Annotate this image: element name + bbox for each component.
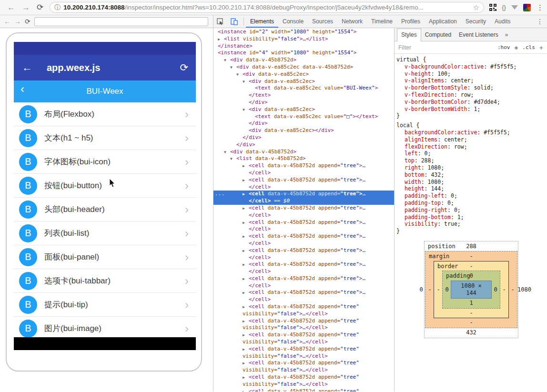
list-item[interactable]: B文本(h1 ~ h5)› [14,126,196,150]
dom-tree-line[interactable]: </cell> [213,226,394,233]
dom-tree-line[interactable]: ▶<cell data-v-45b8752d append="tree">… [213,261,394,268]
dom-tree-line[interactable]: ▼<div data-v-ea85c2ec> [213,78,394,85]
vue-devtools-icon[interactable] [511,5,518,10]
new-style-rule-icon[interactable]: + [539,44,543,51]
dom-tree-line[interactable]: ▼<div data-v-45b8752d> [213,57,394,64]
dom-tree-line[interactable]: ▶<cell data-v-45b8752d append="tree" [213,360,394,367]
dom-tree-line[interactable]: ▶<cell data-v-45b8752d append="tree" [213,332,394,339]
style-property[interactable]: width: 1080; [396,179,546,186]
tab-security[interactable]: Security [461,15,490,28]
forward-icon[interactable]: → [22,3,30,12]
expand-arrow-icon[interactable]: ▶ [243,177,249,184]
style-property[interactable]: padding-bottom: 1; [396,214,546,221]
box-model-content[interactable]: 1080 × 144 [451,281,492,299]
tab-profiles[interactable]: Profiles [397,15,425,28]
sidebar-tab-event-listeners[interactable]: Event Listeners [455,29,502,41]
back-icon[interactable]: ← [7,3,15,12]
expand-arrow-icon[interactable]: ▶ [243,233,249,241]
expand-arrow-icon[interactable]: ▶ [243,374,249,382]
bookmark-star-icon[interactable]: ☆ [473,3,479,12]
style-property[interactable]: v-borderBottomColor: #d7dde4; [396,99,546,106]
dom-tree-line[interactable]: </cell> [213,268,394,275]
dom-tree-line[interactable]: <instance id="2" width="1080" height="15… [213,29,394,36]
tab-sources[interactable]: Sources [308,15,337,28]
style-property[interactable]: v-height: 100; [396,70,546,78]
dom-tree-line[interactable]: ▶<cell data-v-45b8752d append="tree">… [213,289,394,296]
collapse-arrow-icon[interactable]: ▼ [236,71,243,79]
dom-tree-line[interactable]: </div> [213,99,394,106]
diamond-icon[interactable]: ◈ [514,44,518,51]
dom-tree-line[interactable]: ▶<cell data-v-45b8752d append="tree" [213,388,394,392]
device-toolbar-icon[interactable] [227,15,242,28]
dom-tree-line[interactable]: ▶<cell data-v-45b8752d append="tree">… [213,275,394,282]
dom-tree-line[interactable]: ▶<cell data-v-45b8752d append="tree">… [213,247,394,254]
dom-tree-line[interactable]: ▼<div data-v-ea85c2ec data-v-45b8752d> [213,64,394,71]
dom-tree-line[interactable]: ▶<cell data-v-45b8752d append="tree">… [213,205,394,212]
dom-tree-line[interactable]: <div data-v-ea85c2ec></div> [213,127,394,134]
dom-tree-line[interactable]: <text data-v-ea85c2ec value="□"></text> [213,113,394,121]
list-item[interactable]: B头部(bui-header)› [14,198,196,221]
tab-elements[interactable]: Elements [246,15,278,28]
box-model-position[interactable]: position288 0 margin- - border- - [424,241,518,338]
collapse-arrow-icon[interactable]: ▼ [224,57,230,64]
dom-tree-line[interactable]: <instance id="4" width="1080" height="15… [213,50,394,57]
page-info-icon[interactable]: ⓘ [54,3,61,12]
collapse-arrow-icon[interactable]: ▼ [243,79,249,86]
dom-tree-line[interactable]: ▼<div data-v-ea85c2ec> [213,106,394,113]
dom-tree-line[interactable]: ▶<cell data-v-45b8752d append="tree" [213,374,394,381]
app-back-icon[interactable]: ← [22,61,32,74]
dom-tree-line[interactable]: </cell> [213,240,394,247]
list-item[interactable]: B按钮(bui-button)› [14,174,196,198]
collapse-arrow-icon[interactable]: ▼ [224,149,230,156]
dom-tree-line[interactable]: </cell> [213,282,394,290]
expand-arrow-icon[interactable]: ▶ [243,332,249,339]
list-item[interactable]: B字体图标(bui-icon)› [14,150,196,174]
rule-selector[interactable]: local { [396,122,546,129]
dom-tree-line[interactable]: ▶<cell data-v-45b8752d append="tree" [213,303,394,311]
expand-arrow-icon[interactable]: ▶ [243,220,249,227]
collapse-arrow-icon[interactable]: ▼ [243,107,249,114]
dom-tree-line[interactable]: visibility="false">…</cell> [213,367,394,374]
rule-selector[interactable]: virtual { [396,56,546,63]
expand-arrow-icon[interactable]: ▶ [243,276,249,283]
list-item[interactable]: B布局(Flexbox)› [14,102,196,126]
dom-tree-line[interactable]: ▶<cell data-v-45b8752d append="tree">… [213,162,394,170]
tab-timeline[interactable]: Timeline [367,15,397,28]
inspector-forward-icon[interactable]: → [14,18,21,25]
collapse-arrow-icon[interactable]: ▼ [230,64,236,71]
dom-tree-line[interactable]: ▶<cell data-v-45b8752d append="tree">… [213,233,394,240]
inspector-url-input[interactable] [34,17,208,26]
dom-tree-line[interactable]: visibility="false">…</cell> [213,353,394,360]
sidebar-tab-computed[interactable]: Computed [421,29,455,41]
filter-input[interactable]: Filter [398,44,411,51]
dom-tree-line[interactable]: </cell> [213,184,394,191]
list-item[interactable]: B列表(bui-list)› [14,221,196,245]
node-menu-dots[interactable]: ... [215,191,225,198]
extension-icon[interactable] [523,4,531,11]
dom-tree-line[interactable]: ▼<div data-v-ea85c2ec> [213,71,394,78]
address-bar[interactable]: ⓘ 10.200.210.174:8088/inspector/inspecto… [50,2,484,13]
expand-arrow-icon[interactable]: ▶ [243,205,249,212]
dom-tree-line[interactable]: </text> [213,92,394,99]
list-item[interactable]: B面板(bui-panel)› [14,245,196,269]
dom-tree-line[interactable]: </div> [213,120,394,127]
braces-extension-icon[interactable]: {} [502,4,506,11]
sidebar-tabs-overflow-icon[interactable]: » [502,29,511,41]
dom-tree-line[interactable]: ▶<cell data-v-45b8752d append="tree" [213,318,394,325]
style-property[interactable]: height: 144; [396,185,546,192]
inspector-back-icon[interactable]: ← [4,18,10,25]
app-reload-icon[interactable]: ⟳ [180,62,188,73]
dom-tree-line[interactable]: visibility="false">…</cell> [213,311,394,318]
dom-tree-line[interactable]: </cell> [213,170,394,177]
qr-extension-icon[interactable] [489,4,496,11]
element-classes-button[interactable]: .cls [522,44,535,50]
style-property[interactable]: padding-top: 0; [396,200,546,207]
style-property[interactable]: flexDirection: row; [396,143,546,151]
expand-arrow-icon[interactable]: ▶ [243,304,249,311]
expand-arrow-icon[interactable]: ▶ [243,360,249,367]
expand-arrow-icon[interactable]: ▶ [243,389,249,392]
expand-arrow-icon[interactable]: ▶ [243,163,249,170]
style-property[interactable]: v-alignItems: center; [396,77,546,84]
tab-console[interactable]: Console [278,15,308,28]
dom-tree-line[interactable]: </cell> == $0 [213,198,394,205]
